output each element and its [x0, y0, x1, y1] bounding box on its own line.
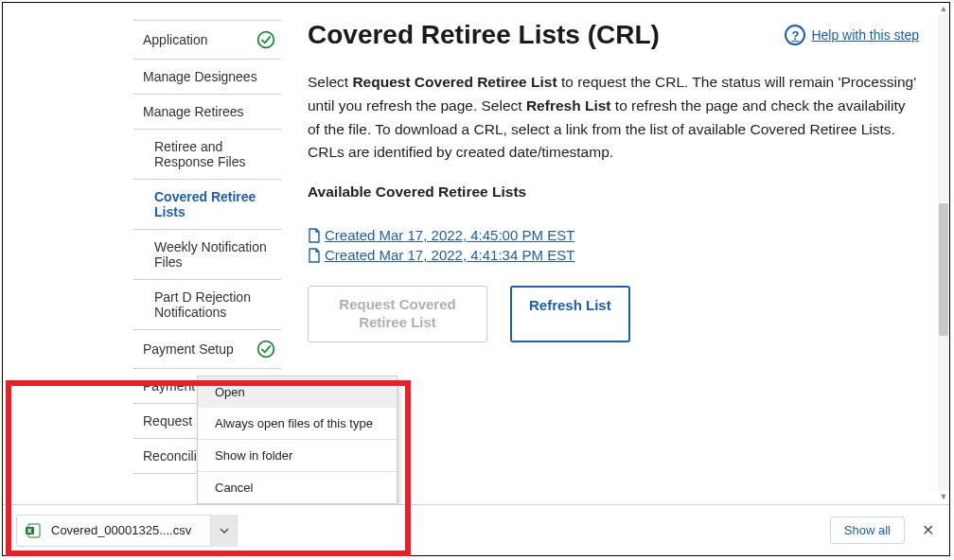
scroll-up-arrow-icon[interactable]: ▲ — [938, 3, 949, 14]
app-frame: Application Manage Designees Manage Reti… — [2, 2, 950, 556]
scroll-down-arrow-icon[interactable]: ▼ — [938, 491, 949, 502]
context-menu-always-open[interactable]: Always open files of this type — [198, 408, 397, 439]
title-row: Covered Retiree Lists (CRL) ? Help with … — [308, 20, 919, 50]
sidebar-item-label: Manage Retirees — [143, 104, 244, 119]
excel-file-icon — [25, 522, 42, 539]
context-menu-cancel[interactable]: Cancel — [198, 471, 397, 503]
sidebar-item-part-d-rejection[interactable]: Part D Rejection Notifications — [133, 280, 281, 330]
crl-file-link[interactable]: Created Mar 17, 2022, 4:45:00 PM EST — [308, 227, 919, 243]
request-covered-retiree-list-button: Request Covered Retiree List — [308, 286, 487, 342]
downloaded-file-name: Covered_00001325....csv — [51, 523, 191, 537]
sidebar-item-label: Part D Rejection Notifications — [154, 289, 275, 320]
sidebar-item-label: Covered Retiree Lists — [154, 189, 275, 219]
content-area: Application Manage Designees Manage Reti… — [3, 3, 938, 502]
svg-point-1 — [258, 341, 274, 358]
sidebar-item-label: Manage Designees — [143, 69, 257, 84]
sidebar-item-payment-setup[interactable]: Payment Setup — [133, 330, 281, 369]
download-shelf-right: Show all ✕ — [830, 516, 938, 544]
checkmark-icon — [256, 30, 275, 49]
checkmark-icon — [256, 340, 275, 359]
crl-file-label: Created Mar 17, 2022, 4:45:00 PM EST — [325, 227, 574, 243]
document-icon — [308, 228, 321, 243]
crl-file-link[interactable]: Created Mar 17, 2022, 4:41:34 PM EST — [308, 247, 919, 263]
sidebar-item-label: Weekly Notification Files — [154, 239, 275, 270]
sidebar-item-label: Application — [143, 32, 208, 47]
document-icon — [308, 248, 321, 263]
show-all-downloads-button[interactable]: Show all — [830, 516, 905, 544]
sidebar-item-label: Retiree and Response Files — [154, 139, 275, 169]
help-label: Help with this step — [811, 27, 919, 43]
download-context-menu: Open Always open files of this type Show… — [197, 376, 398, 504]
help-link[interactable]: ? Help with this step — [785, 25, 919, 45]
sidebar-item-manage-retirees[interactable]: Manage Retirees — [133, 95, 281, 130]
sidebar-item-label: Payment Setup — [143, 341, 234, 357]
downloaded-file-main[interactable]: Covered_00001325....csv — [17, 522, 201, 539]
available-lists-heading: Available Covered Retiree Lists — [308, 184, 919, 201]
downloaded-file-chip[interactable]: Covered_00001325....csv — [16, 515, 238, 547]
svg-point-0 — [258, 32, 274, 48]
sidebar-item-application[interactable]: Application — [133, 21, 281, 60]
context-menu-show-in-folder[interactable]: Show in folder — [198, 439, 397, 471]
sidebar-item-covered-retiree-lists[interactable]: Covered Retiree Lists — [133, 180, 281, 230]
page-title: Covered Retiree Lists (CRL) — [308, 20, 660, 50]
close-download-shelf-button[interactable]: ✕ — [918, 517, 938, 543]
sidebar-item-retiree-response-files[interactable]: Retiree and Response Files — [133, 130, 281, 180]
vertical-scrollbar[interactable]: ▲ ▼ — [938, 3, 949, 502]
help-icon: ? — [785, 25, 805, 45]
downloaded-file-menu-button[interactable] — [210, 515, 237, 547]
scroll-track[interactable] — [938, 14, 949, 491]
refresh-list-button[interactable]: Refresh List — [510, 286, 630, 342]
sidebar-item-weekly-notification-files[interactable]: Weekly Notification Files — [133, 230, 281, 280]
sidebar-item-manage-designees[interactable]: Manage Designees — [133, 60, 281, 95]
crl-file-label: Created Mar 17, 2022, 4:41:34 PM EST — [325, 247, 574, 263]
download-shelf: Covered_00001325....csv Show all ✕ — [3, 504, 949, 555]
scroll-thumb[interactable] — [939, 203, 948, 336]
button-row: Request Covered Retiree List Refresh Lis… — [308, 286, 919, 342]
instruction-text: Select Request Covered Retiree List to r… — [308, 71, 919, 165]
context-menu-open[interactable]: Open — [198, 376, 397, 408]
